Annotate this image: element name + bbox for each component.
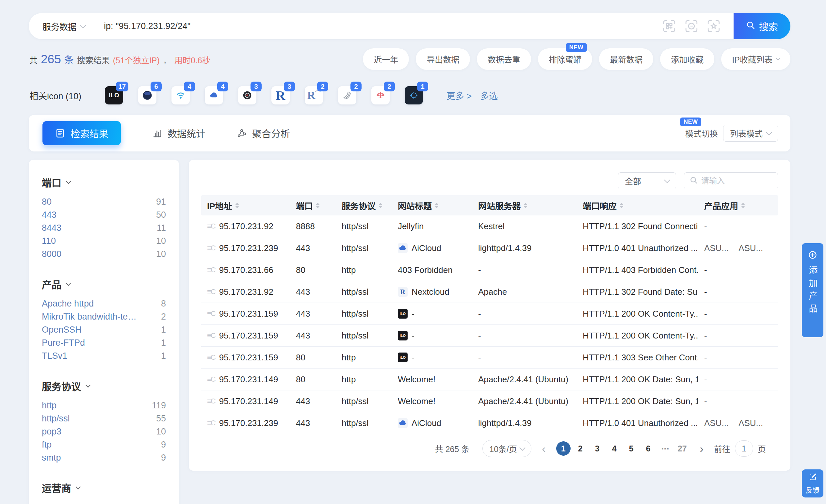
r-signal-icon[interactable]: R⌒2 xyxy=(305,86,323,105)
wifi-icon[interactable]: 4 xyxy=(172,86,190,105)
filter-item-link[interactable]: smtp xyxy=(42,453,61,463)
view-mode-select[interactable]: 列表模式 xyxy=(723,125,778,142)
add-product-button[interactable]: 添加产品 xyxy=(802,243,823,337)
column-header-服务协议[interactable]: 服务协议 xyxy=(336,199,392,211)
next-page-button[interactable]: › xyxy=(697,443,706,454)
product-tag[interactable]: ASU... xyxy=(704,243,729,253)
ip-detail-icon[interactable]: ≡C xyxy=(207,397,215,405)
filter-section-title[interactable]: 服务协议 xyxy=(42,379,166,393)
sort-icon[interactable] xyxy=(316,203,320,208)
column-filter-select[interactable]: 全部 xyxy=(618,172,676,189)
goto-page-input[interactable] xyxy=(735,440,753,457)
filter-item-link[interactable]: 443 xyxy=(42,210,57,220)
ip-detail-icon[interactable]: ≡C xyxy=(207,375,215,384)
ip-detail-icon[interactable]: ≡C xyxy=(207,288,215,296)
r-serif-icon[interactable]: R3 xyxy=(272,86,290,105)
tab-数据统计[interactable]: 数据统计 xyxy=(152,126,205,140)
result-label: 搜索结果 xyxy=(77,54,110,66)
filter-item-link[interactable]: OpenSSH xyxy=(42,325,82,335)
column-header-网站标题[interactable]: 网站标题 xyxy=(392,199,472,211)
action-button-IP收藏列表[interactable]: IP收藏列表 xyxy=(721,48,790,70)
search-button[interactable]: 搜索 xyxy=(733,13,790,39)
filter-item-link[interactable]: MikroTik bandwidth-test server xyxy=(42,312,140,322)
action-button-数据去重[interactable]: 数据去重 xyxy=(477,48,531,70)
ip-detail-icon[interactable]: ≡C xyxy=(207,309,215,318)
filter-section-title[interactable]: 运营商 xyxy=(42,481,166,495)
product-tag[interactable]: ASU... xyxy=(739,243,763,253)
sphere-icon[interactable]: 6 xyxy=(138,86,157,105)
sort-icon[interactable] xyxy=(378,203,382,208)
section-title-text: 服务协议 xyxy=(42,379,81,393)
ip-detail-icon[interactable]: ≡C xyxy=(207,244,215,252)
scales-icon[interactable]: 2 xyxy=(371,86,390,105)
camera-icon[interactable]: 3 xyxy=(238,86,256,105)
page-number-27[interactable]: 27 xyxy=(675,441,690,456)
cloud-icon[interactable]: 4 xyxy=(205,86,223,105)
batch-query-icon[interactable] xyxy=(662,19,676,33)
filter-item-link[interactable]: ftp xyxy=(42,440,52,450)
page-number-3[interactable]: 3 xyxy=(590,441,604,456)
summary-prefix: 共 xyxy=(30,54,38,66)
prev-page-button[interactable]: ‹ xyxy=(539,443,548,454)
tab-检索结果[interactable]: 检索结果 xyxy=(43,121,121,145)
page-number-2[interactable]: 2 xyxy=(573,441,588,456)
action-button-近一年[interactable]: 近一年 xyxy=(363,48,409,70)
product-tag[interactable]: ASU... xyxy=(739,418,763,428)
filter-item-link[interactable]: 8443 xyxy=(42,223,61,233)
ip-cell: ≡C95.170.231.92 xyxy=(201,287,290,297)
action-button-最新数据[interactable]: 最新数据 xyxy=(599,48,653,70)
search-input[interactable] xyxy=(94,21,662,32)
sort-icon[interactable] xyxy=(620,203,624,208)
column-header-产品应用[interactable]: 产品应用 xyxy=(698,199,778,211)
filter-item-link[interactable]: TLSv1 xyxy=(42,351,67,361)
page-size-select[interactable]: 10条/页 xyxy=(482,440,531,457)
unique-ip-count[interactable]: (51个独立IP) xyxy=(113,54,160,66)
ip-detail-icon[interactable]: ≡C xyxy=(207,266,215,274)
feedback-button[interactable]: 反馈 xyxy=(802,469,823,498)
filter-item-link[interactable]: pop3 xyxy=(42,427,61,437)
filter-item-link[interactable]: rupkki.sk xyxy=(42,502,77,504)
sort-icon[interactable] xyxy=(435,203,438,208)
filter-section-title[interactable]: 产品 xyxy=(42,277,166,291)
sort-icon[interactable] xyxy=(235,203,239,208)
filter-item-link[interactable]: 8000 xyxy=(42,249,61,259)
filter-item-link[interactable]: 80 xyxy=(42,197,52,207)
page-number-6[interactable]: 6 xyxy=(641,441,655,456)
product-tag[interactable]: ASU... xyxy=(704,418,729,428)
tab-聚合分析[interactable]: 聚合分析 xyxy=(236,126,290,140)
favicon-search-icon[interactable] xyxy=(685,19,698,33)
multi-select-link[interactable]: 多选 xyxy=(480,89,498,102)
ip-address: 95.170.231.159 xyxy=(219,353,278,363)
icon-count-badge: 4 xyxy=(217,82,228,91)
more-link[interactable]: 更多 > xyxy=(447,89,472,102)
waves-icon[interactable]: 2 xyxy=(338,86,356,105)
sort-icon[interactable] xyxy=(741,203,745,208)
column-header-端口响应[interactable]: 端口响应 xyxy=(577,199,698,211)
filter-item-link[interactable]: http xyxy=(42,400,57,411)
filter-section-title[interactable]: 端口 xyxy=(42,175,166,189)
filter-item-link[interactable]: 110 xyxy=(42,236,56,246)
ilo-icon[interactable]: iLO17 xyxy=(105,86,123,105)
ip-detail-icon[interactable]: ≡C xyxy=(207,419,215,427)
column-header-端口[interactable]: 端口 xyxy=(290,199,336,211)
action-button-排除蜜罐[interactable]: 排除蜜罐NEW xyxy=(538,48,592,70)
page-number-5[interactable]: 5 xyxy=(624,441,639,456)
filter-item-link[interactable]: Pure-FTPd xyxy=(42,338,85,348)
ip-detail-icon[interactable]: ≡C xyxy=(207,222,215,231)
ip-detail-icon[interactable]: ≡C xyxy=(207,331,215,340)
sort-icon[interactable] xyxy=(524,203,527,208)
search-category-dropdown[interactable]: 服务数据 xyxy=(29,20,94,32)
action-button-导出数据[interactable]: 导出数据 xyxy=(416,48,470,70)
column-header-IP地址[interactable]: IP地址 xyxy=(201,199,290,211)
page-number-4[interactable]: 4 xyxy=(607,441,622,456)
table-search-input[interactable] xyxy=(701,176,767,185)
filter-item-link[interactable]: Apache httpd xyxy=(42,299,94,309)
crosshair-icon[interactable]: 1 xyxy=(405,86,423,105)
filter-item-link[interactable]: http/ssl xyxy=(42,414,70,424)
ip-detail-icon[interactable]: ≡C xyxy=(207,353,215,362)
chevron-down-icon xyxy=(76,484,81,489)
column-header-网站服务器[interactable]: 网站服务器 xyxy=(472,199,577,211)
favorite-query-icon[interactable] xyxy=(707,19,720,33)
action-button-添加收藏[interactable]: 添加收藏 xyxy=(660,48,714,70)
page-number-1[interactable]: 1 xyxy=(556,441,571,456)
